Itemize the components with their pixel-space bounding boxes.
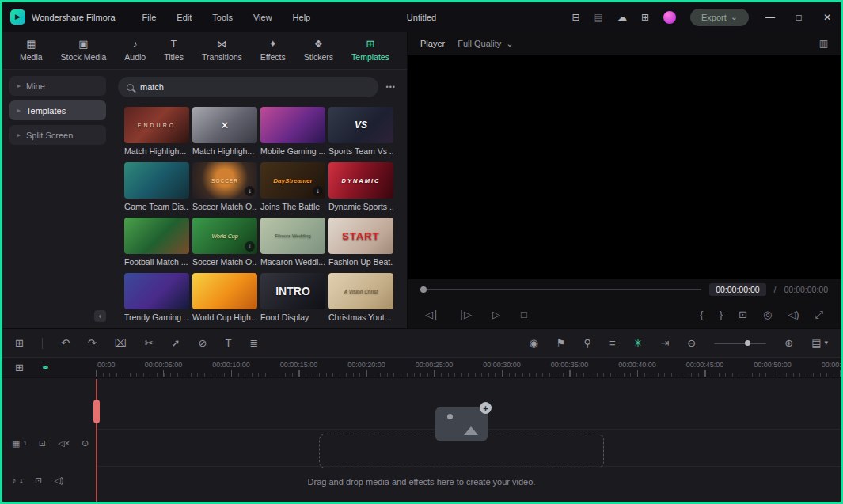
export-frame-icon[interactable]: ⇥ — [660, 338, 669, 348]
fullscreen-icon[interactable]: ⤢ — [815, 309, 823, 320]
hide-track-icon[interactable]: ⊙ — [82, 439, 89, 448]
export-button[interactable]: Export ⌄ — [690, 9, 749, 26]
stickers-icon: ❖ — [314, 39, 324, 49]
template-card[interactable]: ENDURO Match Highligh... — [124, 107, 189, 156]
previous-frame-icon[interactable]: ◁∣ — [425, 309, 439, 320]
mark-out-icon[interactable]: } — [720, 309, 723, 320]
playhead-handle[interactable] — [93, 400, 100, 423]
seek-bar[interactable] — [420, 289, 701, 290]
zoom-in-icon[interactable]: ⊕ — [784, 338, 793, 348]
track-area[interactable]: ▦ 1 ⊡ ◁× ⊙ ♪ 1 ⊡ ◁) + Drag and drop medi… — [2, 379, 841, 502]
audio-mixer-icon[interactable]: ≡ — [609, 338, 616, 348]
mark-in-icon[interactable]: { — [700, 309, 703, 320]
stop-icon[interactable]: □ — [521, 309, 527, 320]
voiceover-icon[interactable]: ⚲ — [583, 338, 591, 348]
layout-icon[interactable]: ⊟ — [572, 13, 580, 22]
template-card[interactable]: DYNAMIC Dynamic Sports ... — [328, 162, 393, 211]
template-card[interactable]: INTRO Food Display — [260, 273, 325, 322]
minimize-button[interactable]: — — [763, 13, 777, 22]
menu-view[interactable]: View — [253, 13, 272, 22]
collapse-panel-button[interactable]: ‹ — [94, 310, 106, 322]
template-thumbnail: INTRO — [260, 273, 325, 309]
tab-transitions[interactable]: ⋈ Transitions — [202, 39, 242, 62]
auto-ripple-icon[interactable]: ⚭ — [41, 362, 50, 373]
ruler-strip[interactable]: 00:00 00:00:05:00 00:00:10:00 00:00:15:0… — [96, 358, 841, 377]
menu-file[interactable]: File — [142, 13, 157, 22]
tab-templates[interactable]: ⊞ Templates — [351, 39, 389, 62]
template-label: World Cup High... — [192, 313, 257, 322]
ruler-label: 00:00:25:00 — [416, 361, 454, 369]
template-card[interactable]: DayStreamer ↓ Joins The Battle — [260, 162, 325, 211]
tab-media[interactable]: ▦ Media — [20, 39, 43, 62]
undo-icon[interactable]: ↶ — [61, 338, 70, 348]
track-height-control[interactable]: ▤ ▾ — [811, 338, 828, 348]
sidebar-item-templates[interactable]: ▸ Templates — [9, 100, 106, 120]
apps-grid-icon[interactable]: ⊞ — [641, 13, 649, 22]
template-sidebar: ▸ Mine ▸ Templates ▸ Split Screen — [2, 70, 113, 328]
timeline-zoom-slider[interactable] — [714, 343, 766, 344]
menu-edit[interactable]: Edit — [177, 13, 192, 22]
display-settings-icon[interactable]: ▥ — [819, 39, 828, 48]
save-icon[interactable]: ▤ — [594, 13, 603, 22]
search-box[interactable] — [118, 77, 378, 97]
template-label: Dynamic Sports ... — [328, 202, 393, 211]
cloud-upload-icon[interactable]: ☁ — [617, 13, 627, 22]
add-media-icon[interactable]: + — [480, 402, 492, 414]
total-timecode: 00:00:00:00 — [784, 285, 828, 294]
template-card[interactable]: ✕ Match Highligh... — [192, 107, 257, 156]
play-icon[interactable]: ▷ — [492, 309, 500, 320]
more-options-icon[interactable]: ••• — [386, 84, 401, 91]
tab-effects[interactable]: ✦ Effects — [260, 39, 286, 62]
tab-audio[interactable]: ♪ Audio — [124, 39, 146, 62]
sidebar-item-split-screen[interactable]: ▸ Split Screen — [9, 125, 106, 145]
menu-tools[interactable]: Tools — [212, 13, 233, 22]
media-placeholder[interactable]: + — [435, 407, 488, 441]
player-header: Player Full Quality ⌄ ▥ — [408, 32, 841, 55]
tab-stock-media[interactable]: ▣ Stock Media — [61, 39, 107, 62]
thumbnail-text: INTRO — [275, 285, 310, 297]
close-button[interactable]: ✕ — [820, 13, 834, 22]
text-tool-icon[interactable]: T — [225, 338, 231, 348]
split-icon[interactable]: ✂ — [145, 338, 154, 348]
video-track-icon[interactable]: ▦ — [12, 439, 20, 448]
template-card[interactable]: START Fashion Up Beat... — [328, 218, 393, 267]
media-browser-icon[interactable]: ⊞ — [15, 338, 24, 348]
snapshot-icon[interactable]: ◎ — [763, 309, 772, 320]
zoom-out-icon[interactable]: ⊖ — [687, 338, 696, 348]
template-card[interactable]: Mobile Gaming ... — [260, 107, 325, 156]
render-preview-icon[interactable]: ◉ — [529, 338, 537, 348]
fit-preview-icon[interactable]: ⊡ — [739, 309, 747, 320]
speaker-icon[interactable]: ◁) — [788, 309, 799, 320]
manage-tracks-icon[interactable]: ⊞ — [15, 362, 24, 373]
ruler-label: 00:00:35:00 — [551, 361, 589, 369]
template-card[interactable]: A Vision Christ Christmas Yout... — [328, 273, 393, 322]
add-to-track-icon[interactable]: ⊡ — [39, 439, 46, 448]
template-card[interactable]: World Cup High... — [192, 273, 257, 322]
timeline-ruler[interactable]: ⊞ ⚭ 00:00 00:00:05:00 00:00:10:00 00:00:… — [2, 358, 841, 378]
template-card[interactable]: Football Match ... — [124, 218, 189, 267]
playhead[interactable] — [96, 379, 97, 502]
template-card[interactable]: Filmora Wedding Macaron Weddi... — [260, 218, 325, 267]
search-input[interactable] — [140, 82, 370, 92]
user-avatar[interactable] — [663, 11, 676, 24]
speed-icon[interactable]: ➚ — [172, 338, 180, 348]
maximize-button[interactable]: □ — [792, 13, 806, 22]
redo-icon[interactable]: ↷ — [88, 338, 97, 348]
template-card[interactable]: SOCCER ↓ Soccer Match O... — [192, 162, 257, 211]
mute-track-icon[interactable]: ◁× — [58, 439, 70, 448]
template-card[interactable]: VS Sports Team Vs ... — [328, 107, 393, 156]
template-card[interactable]: Game Team Dis... — [124, 162, 189, 211]
tab-titles[interactable]: T Titles — [164, 39, 184, 62]
adjust-icon[interactable]: ≣ — [249, 338, 258, 348]
mask-icon[interactable]: ⊘ — [199, 338, 207, 348]
sidebar-item-mine[interactable]: ▸ Mine — [9, 76, 106, 96]
template-card[interactable]: Trendy Gaming ... — [124, 273, 189, 322]
green-screen-icon[interactable]: ✳ — [634, 338, 643, 348]
template-card[interactable]: World Cup ↓ Soccer Match O... — [192, 218, 257, 267]
quality-dropdown[interactable]: Full Quality ⌄ — [458, 39, 513, 48]
tab-stickers[interactable]: ❖ Stickers — [304, 39, 333, 62]
menu-help[interactable]: Help — [293, 13, 311, 22]
delete-icon[interactable]: ⌧ — [115, 338, 127, 348]
next-frame-icon[interactable]: ∣▷ — [459, 309, 473, 320]
marker-icon[interactable]: ⚑ — [556, 338, 566, 348]
